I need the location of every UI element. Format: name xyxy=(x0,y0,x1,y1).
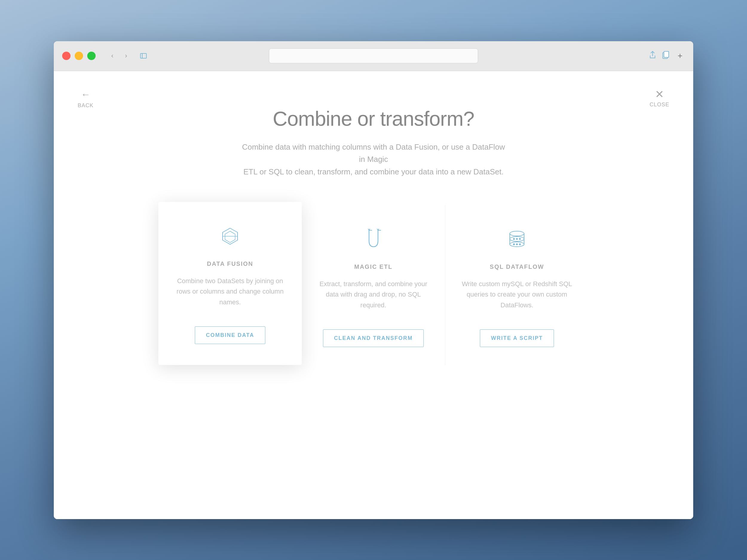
back-label: BACK xyxy=(78,102,94,109)
page-subtitle: Combine data with matching columns with … xyxy=(239,141,508,178)
nav-buttons: ‹ › xyxy=(107,51,131,61)
svg-marker-6 xyxy=(225,231,235,242)
close-label: CLOSE xyxy=(650,102,669,108)
magic-etl-card: MAGIC ETL Extract, transform, and combin… xyxy=(302,205,445,365)
write-script-button[interactable]: WRITE A SCRIPT xyxy=(480,329,554,347)
data-fusion-desc: Combine two DataSets by joining on rows … xyxy=(173,276,287,312)
fullscreen-traffic-light[interactable] xyxy=(87,52,96,60)
data-fusion-title: DATA FUSION xyxy=(207,261,253,267)
close-traffic-light[interactable] xyxy=(62,52,71,60)
svg-rect-3 xyxy=(664,51,669,57)
address-bar: google.com xyxy=(269,48,478,63)
magic-etl-desc: Extract, transform, and combine your dat… xyxy=(317,279,430,315)
browser-window: ‹ › google.com xyxy=(54,41,693,519)
close-button[interactable]: ✕ CLOSE xyxy=(650,89,669,108)
svg-point-20 xyxy=(513,244,515,245)
clean-transform-button[interactable]: CLEAN AND TRANSFORM xyxy=(323,329,424,347)
minimize-traffic-light[interactable] xyxy=(75,52,83,60)
data-fusion-card: DATA FUSION Combine two DataSets by join… xyxy=(158,202,302,365)
combine-data-button[interactable]: COMBINE DATA xyxy=(195,326,265,344)
sql-dataflow-icon xyxy=(505,226,529,253)
back-arrow-icon: ← xyxy=(81,89,91,100)
close-x-icon: ✕ xyxy=(655,89,664,100)
forward-nav-button[interactable]: › xyxy=(121,51,131,61)
svg-rect-0 xyxy=(140,53,147,58)
main-content: Combine or transform? Combine data with … xyxy=(54,71,693,365)
page-content: ← BACK ✕ CLOSE Combine or transform? Com… xyxy=(54,71,693,519)
share-icon[interactable] xyxy=(649,51,656,61)
browser-toolbar: ‹ › google.com xyxy=(54,41,693,71)
svg-point-17 xyxy=(513,238,515,240)
back-nav-button[interactable]: ‹ xyxy=(107,51,118,61)
svg-point-22 xyxy=(519,244,520,245)
copy-icon[interactable] xyxy=(662,51,669,61)
page-title: Combine or transform? xyxy=(273,107,474,130)
svg-point-10 xyxy=(510,231,524,236)
svg-point-18 xyxy=(516,238,517,240)
new-tab-button[interactable]: + xyxy=(675,51,685,61)
back-button[interactable]: ← BACK xyxy=(78,89,94,109)
traffic-lights xyxy=(62,52,96,60)
svg-point-21 xyxy=(516,244,517,245)
sidebar-button[interactable] xyxy=(138,51,149,61)
toolbar-right: + xyxy=(649,51,685,61)
cards-container: DATA FUSION Combine two DataSets by join… xyxy=(158,205,589,365)
sql-dataflow-desc: Write custom mySQL or Redshift SQL queri… xyxy=(460,279,574,315)
magic-etl-icon xyxy=(363,226,384,253)
sql-dataflow-card: SQL DATAFLOW Write custom mySQL or Redsh… xyxy=(445,205,589,365)
url-input[interactable]: google.com xyxy=(269,48,478,63)
magic-etl-title: MAGIC ETL xyxy=(354,263,393,270)
svg-point-19 xyxy=(519,238,520,240)
sql-dataflow-title: SQL DATAFLOW xyxy=(490,263,544,270)
data-fusion-icon xyxy=(218,223,242,250)
